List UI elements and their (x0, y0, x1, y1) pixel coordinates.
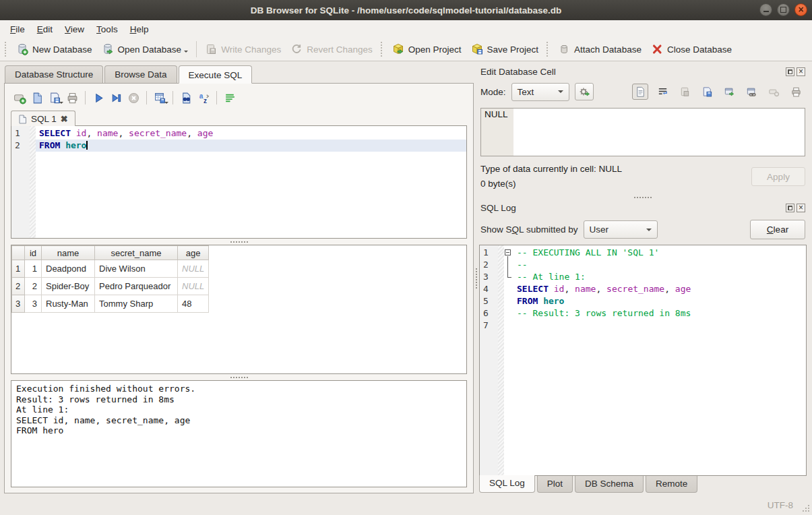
clear-log-button[interactable]: Clear (750, 220, 805, 239)
mode-label: Mode: (480, 87, 506, 97)
tab-browse-data[interactable]: Browse Data (104, 65, 177, 83)
cell-age[interactable]: 48 (178, 295, 209, 313)
sql-doc-tab[interactable]: SQL 1 ✖ (11, 111, 75, 126)
close-button[interactable] (794, 3, 807, 16)
save-sql-file-button[interactable] (46, 89, 63, 107)
toolbar-separator (85, 91, 86, 104)
float-dock-icon[interactable] (786, 204, 794, 212)
bottom-tab-remote[interactable]: Remote (646, 476, 697, 493)
text-mode-icon[interactable] (632, 84, 648, 100)
maximize-button[interactable] (777, 3, 790, 16)
corner-header[interactable] (12, 246, 25, 260)
close-database-button[interactable]: Close Database (646, 40, 737, 58)
toolbar-handle[interactable] (546, 42, 550, 57)
save-results-button[interactable] (151, 89, 168, 107)
code-line: 7 (480, 320, 806, 332)
mode-select[interactable]: Text (511, 83, 569, 101)
close-dock-icon[interactable] (797, 204, 805, 212)
bottom-tab-sql-log[interactable]: SQL Log (479, 475, 535, 493)
close-dock-icon[interactable] (797, 67, 805, 76)
minimize-button[interactable] (759, 3, 772, 16)
encoding-indicator[interactable]: UTF-8 (768, 500, 793, 510)
open-sql-file-button[interactable] (28, 89, 46, 107)
auto-apply-button[interactable] (575, 83, 594, 100)
format-sql-button[interactable] (221, 89, 239, 107)
results-status-splitter[interactable] (11, 374, 467, 380)
column-header-age[interactable]: age (178, 246, 209, 260)
toolbar-handle[interactable] (5, 42, 8, 57)
autocomplete-toggle-button[interactable]: az (195, 89, 212, 107)
float-dock-icon[interactable] (786, 67, 794, 76)
dock-splitter[interactable] (479, 194, 807, 200)
open-project-button[interactable]: Open Project (387, 40, 466, 58)
menu-tools[interactable]: Tools (90, 22, 124, 36)
menu-file[interactable]: File (4, 22, 31, 36)
new-database-button[interactable]: New Database (11, 40, 97, 58)
toolbar-handle[interactable] (381, 42, 384, 57)
cell-id[interactable]: 1 (25, 260, 42, 278)
cell-age[interactable]: NULL (178, 278, 209, 295)
bottom-tab-db-schema[interactable]: DB Schema (575, 476, 644, 493)
export-cell-icon[interactable] (699, 84, 715, 100)
tab-database-structure[interactable]: Database Structure (5, 65, 103, 83)
write-changes-label: Write Changes (221, 44, 281, 55)
menu-view[interactable]: View (59, 22, 90, 36)
resize-grip[interactable] (802, 504, 810, 512)
open-database-button[interactable]: Open Database (97, 40, 193, 58)
line-number: 3 (480, 271, 498, 283)
cell-name[interactable]: Spider-Boy (42, 278, 95, 295)
column-header-id[interactable]: id (25, 246, 42, 260)
find-in-sql-button[interactable] (177, 89, 195, 107)
cell-name[interactable]: Deadpond (42, 260, 95, 278)
editor-results-splitter[interactable] (11, 239, 467, 245)
sql-file-icon (18, 115, 27, 124)
print-cell-icon[interactable] (788, 84, 804, 100)
column-header-secret-name[interactable]: secret_name (95, 246, 178, 260)
column-header-name[interactable]: name (42, 246, 95, 260)
code-line: 2-- (480, 259, 806, 271)
cell-secret-name[interactable]: Pedro Parqueador (95, 278, 178, 295)
cell-value-editor[interactable]: NULL (480, 108, 805, 156)
close-sql-tab-icon[interactable]: ✖ (61, 114, 68, 124)
cell-value: NULL (481, 109, 513, 156)
sql-log-title: SQL Log (480, 203, 516, 213)
open-in-external-icon[interactable] (721, 84, 737, 100)
new-sql-tab-button[interactable] (11, 89, 28, 107)
save-results-dropdown-caret[interactable] (164, 102, 168, 106)
execute-current-line-button[interactable] (107, 89, 125, 107)
cell-id[interactable]: 3 (25, 295, 42, 313)
code-line: 3-- At line 1: (480, 271, 806, 283)
attach-database-button[interactable]: Attach Database (553, 40, 646, 58)
table-row: 11DeadpondDive WilsonNULL (12, 260, 209, 278)
cell-secret-name[interactable]: Dive Wilson (95, 260, 178, 278)
bottom-tab-plot[interactable]: Plot (537, 476, 573, 493)
row-number[interactable]: 1 (12, 260, 25, 278)
menu-edit[interactable]: Edit (31, 22, 59, 36)
fold-marker[interactable] (504, 247, 513, 259)
cell-id[interactable]: 2 (25, 278, 42, 295)
menu-help[interactable]: Help (124, 22, 155, 36)
titlebar[interactable]: DB Browser for SQLite - /home/user/code/… (0, 0, 812, 20)
copy-url-icon[interactable] (743, 84, 759, 100)
new-database-icon (16, 43, 28, 55)
cell-name[interactable]: Rusty-Man (42, 295, 95, 313)
sql-log-view[interactable]: 1-- EXECUTING ALL IN 'SQL 1'2--3-- At li… (479, 245, 807, 476)
cell-age[interactable]: NULL (178, 260, 209, 278)
cell-secret-name[interactable]: Tommy Sharp (95, 295, 178, 313)
row-number[interactable]: 3 (12, 295, 25, 313)
sql-editor-toolbar: az (11, 86, 467, 109)
tab-execute-sql[interactable]: Execute SQL (179, 65, 253, 84)
row-number[interactable]: 2 (12, 278, 25, 295)
open-database-dropdown-caret[interactable] (184, 51, 188, 55)
submitted-by-select[interactable]: User (584, 220, 658, 239)
save-project-button[interactable]: Save Project (466, 40, 544, 58)
word-wrap-icon[interactable] (654, 84, 670, 100)
fold-margin (498, 259, 504, 271)
edit-cell-dock-header: Edit Database Cell (479, 64, 807, 80)
execute-all-button[interactable] (90, 89, 107, 107)
sql-doc-tab-label: SQL 1 (31, 114, 57, 124)
sql-editor[interactable]: 1SELECT id, name, secret_name, age2FROM … (11, 125, 467, 239)
print-sql-button[interactable] (63, 89, 81, 107)
line-number: 6 (480, 307, 498, 320)
main-vertical-splitter[interactable] (474, 61, 479, 495)
